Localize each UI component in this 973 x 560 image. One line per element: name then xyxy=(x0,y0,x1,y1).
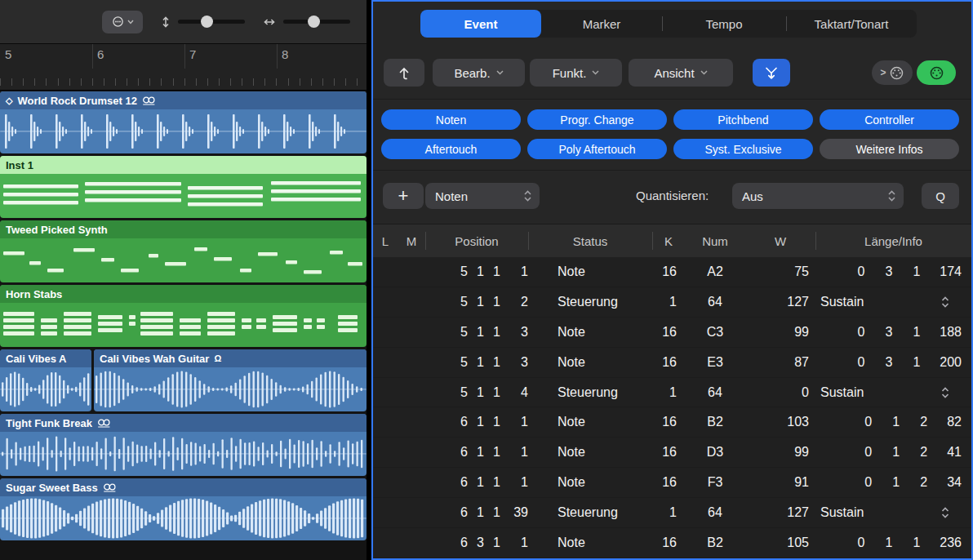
vertical-zoom-slider[interactable] xyxy=(161,16,245,29)
bearbeiten-menu[interactable]: Bearb. xyxy=(433,59,525,87)
track-lane: Tweed Picked Synth xyxy=(0,220,367,282)
filter-noten[interactable]: Noten xyxy=(381,109,521,130)
midi-input-indicator[interactable]: > xyxy=(872,60,913,85)
filter-weitere-infos[interactable]: Weitere Infos xyxy=(820,139,959,159)
length-info-cell: 01282 xyxy=(815,415,971,429)
region-cali-vibes-a[interactable]: Cali Vibes A xyxy=(0,349,91,411)
value-cell: 127 xyxy=(745,295,815,309)
add-event-button[interactable]: + xyxy=(383,183,424,209)
waveform xyxy=(94,367,367,411)
event-type-filters: Noten Progr. Change Pitchbend Controller… xyxy=(381,109,959,159)
filter-controller[interactable]: Controller xyxy=(820,109,959,130)
event-row[interactable]: 5114Steuerung1640Sustain xyxy=(373,378,971,408)
col-header-k: K xyxy=(652,234,685,248)
slider-thumb[interactable] xyxy=(201,16,213,28)
tick-cell: 1 xyxy=(500,264,528,279)
tick-cell: 1 xyxy=(500,445,528,460)
length-info-cell: Sustain xyxy=(815,505,971,520)
loop-icon xyxy=(142,96,156,105)
slider-thumb[interactable] xyxy=(308,16,320,28)
length-info-cell: 031188 xyxy=(815,325,971,340)
filter-pitchbend[interactable]: Pitchbend xyxy=(673,109,813,130)
region-world-rock-drumset[interactable]: ◇ World Rock Drumset 12 xyxy=(0,91,367,153)
filter-progr-change[interactable]: Progr. Change xyxy=(527,109,667,130)
event-row[interactable]: 6111Note16D39901241 xyxy=(373,438,971,468)
up-down-chevron-icon xyxy=(940,506,950,519)
status-cell: Steuerung xyxy=(528,385,652,400)
region-name: Sugar Sweet Bass xyxy=(6,482,98,494)
filter-poly-aftertouch[interactable]: Poly Aftertouch xyxy=(527,139,667,159)
go-up-level-button[interactable] xyxy=(384,59,424,87)
midi-in-toggle-button[interactable] xyxy=(753,59,790,87)
event-type-dropdown[interactable]: Noten xyxy=(425,183,540,209)
tick-cell: 1 xyxy=(500,536,528,550)
tab-tempo[interactable]: Tempo xyxy=(662,10,786,38)
num-cell: B2 xyxy=(685,536,745,550)
slider-track[interactable] xyxy=(283,20,350,24)
event-table-header: L M Position Status K Num W Länge/Info xyxy=(373,224,971,258)
event-row[interactable]: 5113Note16C399031188 xyxy=(373,318,971,348)
event-row[interactable]: 6111Note16F39101234 xyxy=(373,468,971,498)
region-name: Tweed Picked Synth xyxy=(6,224,108,236)
ansicht-menu[interactable]: Ansicht xyxy=(629,59,733,87)
length-info-cell: Sustain xyxy=(815,385,971,400)
funktionen-menu[interactable]: Funkt. xyxy=(530,59,622,87)
bar-ruler[interactable]: 5 6 7 8 xyxy=(0,44,367,91)
track-lane: Horn Stabs xyxy=(0,285,367,347)
arrow-right-glyph: > xyxy=(880,67,886,78)
region-name: Horn Stabs xyxy=(6,288,62,300)
column-divider xyxy=(815,232,816,250)
event-list-panel: Event Marker Tempo Taktart/Tonart Bearb.… xyxy=(371,0,973,560)
filter-syst-exclusive[interactable]: Syst. Exclusive xyxy=(673,139,813,159)
num-cell: 64 xyxy=(685,505,745,520)
region-sugar-sweet-bass[interactable]: Sugar Sweet Bass xyxy=(0,478,367,540)
length-info-cell: 01241 xyxy=(815,445,971,460)
menu-label: Bearb. xyxy=(454,66,490,80)
region-inst-1[interactable]: Inst 1 xyxy=(0,156,367,218)
event-row[interactable]: 5112Steuerung164127Sustain xyxy=(373,287,971,318)
region-cali-vibes-wah-guitar[interactable]: Cali Vibes Wah Guitar Ω xyxy=(94,349,367,411)
bar-gridline xyxy=(92,44,93,69)
midi-output-indicator[interactable] xyxy=(917,60,956,85)
event-row[interactable]: 5111Note16A275031174 xyxy=(373,257,971,287)
col-header-laenge: Länge/Info xyxy=(815,234,971,248)
event-list-tabs: Event Marker Tempo Taktart/Tonart xyxy=(420,10,917,38)
track-lane: ◇ World Rock Drumset 12 xyxy=(0,91,367,153)
length-info-cell: 031174 xyxy=(815,264,971,279)
filter-aftertouch[interactable]: Aftertouch xyxy=(381,139,521,159)
value-stepper[interactable] xyxy=(940,296,950,309)
status-cell: Note xyxy=(528,325,652,340)
event-row[interactable]: 6311Note16B2105011236 xyxy=(373,528,971,558)
divider xyxy=(373,170,971,171)
event-row[interactable]: 6111Note16B210301282 xyxy=(373,407,971,438)
region-horn-stabs[interactable]: Horn Stabs xyxy=(0,285,367,347)
region-name: Cali Vibes A xyxy=(6,353,66,365)
horizontal-zoom-slider[interactable] xyxy=(263,17,350,27)
event-row[interactable]: 5113Note16E387031200 xyxy=(373,348,971,378)
status-cell: Note xyxy=(528,415,652,429)
value-stepper[interactable] xyxy=(940,506,950,519)
region-tweed-picked-synth[interactable]: Tweed Picked Synth xyxy=(0,220,367,282)
tab-event[interactable]: Event xyxy=(420,10,541,38)
circle-ellipsis-icon xyxy=(112,16,124,28)
value-stepper[interactable] xyxy=(940,386,950,399)
tab-marker[interactable]: Marker xyxy=(541,10,662,38)
quantize-dropdown[interactable]: Aus xyxy=(732,183,904,209)
divider xyxy=(373,99,971,100)
value-cell: 0 xyxy=(745,385,815,400)
vertical-arrows-icon xyxy=(161,16,171,29)
diamond-icon: ◇ xyxy=(6,96,12,105)
num-cell: C3 xyxy=(685,325,745,340)
event-row[interactable]: 61139Steuerung164127Sustain xyxy=(373,498,971,528)
num-cell: F3 xyxy=(685,475,745,490)
region-tight-funk-break[interactable]: Tight Funk Break xyxy=(0,414,367,476)
channel-cell: 1 xyxy=(652,385,685,400)
chevron-down-icon xyxy=(496,70,504,75)
length-info-cell: Sustain xyxy=(815,295,971,309)
quantize-apply-button[interactable]: Q xyxy=(922,183,959,209)
track-view-options-button[interactable] xyxy=(102,11,143,33)
quantize-label: Quantisieren: xyxy=(636,183,709,209)
slider-track[interactable] xyxy=(178,20,245,24)
arrow-up-icon xyxy=(397,65,411,80)
tab-taktart[interactable]: Taktart/Tonart xyxy=(786,10,917,38)
